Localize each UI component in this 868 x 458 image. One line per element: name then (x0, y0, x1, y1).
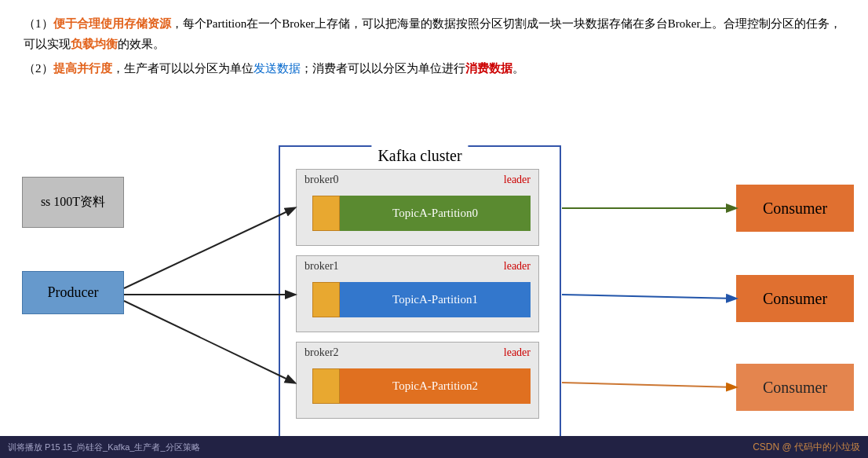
text1-suffix: 的效果。 (118, 38, 165, 50)
consumer0-label: Consumer (763, 200, 827, 218)
text2-highlight3: 消费数据 (465, 62, 512, 75)
broker-box-2: broker2 leader TopicA-Partition2 (296, 342, 539, 419)
storage-box: ss 100T资料 (22, 177, 124, 228)
partition0-icon (312, 196, 340, 231)
text2-prefix: （2） (24, 62, 53, 75)
bottom-bar-right-text: CSDN @ 代码中的小垃圾 (753, 441, 860, 454)
broker-box-0: broker0 leader TopicA-Partition0 (296, 169, 539, 246)
consumer-box-2: Consumer (736, 364, 854, 411)
text1-prefix: （1） (24, 17, 53, 30)
consumer2-label: Consumer (763, 379, 827, 397)
broker0-leader: leader (504, 174, 531, 186)
text2-middle2: ；消费者可以以分区为单位进行 (301, 62, 465, 75)
partition-box-2: TopicA-Partition2 (312, 365, 531, 408)
consumer1-label: Consumer (763, 290, 827, 308)
text2-highlight1: 提高并行度 (53, 62, 112, 75)
svg-line-5 (562, 383, 735, 387)
svg-line-2 (124, 301, 294, 383)
partition-box-0: TopicA-Partition0 (312, 192, 531, 235)
text2-highlight2: 发送数据 (253, 62, 301, 75)
broker2-label: broker2 (305, 346, 339, 359)
bottom-bar: 训将播放 P15 15_尚硅谷_Kafka_生产者_分区策略 CSDN @ 代码… (0, 436, 868, 458)
kafka-cluster: Kafka cluster broker0 leader TopicA-Part… (279, 145, 561, 442)
partition-box-1: TopicA-Partition1 (312, 278, 531, 321)
broker1-leader: leader (504, 260, 531, 273)
broker2-leader: leader (504, 346, 531, 359)
text1-highlight1: 便于合理使用存储资源 (53, 17, 171, 30)
consumer-box-0: Consumer (736, 185, 854, 232)
text-line-2: （2）提高并行度，生产者可以以分区为单位发送数据；消费者可以以分区为单位进行消费… (24, 59, 844, 79)
text-area: （1）便于合理使用存储资源，每个Partition在一个Broker上存储，可以… (0, 0, 868, 79)
partition1-icon (312, 282, 340, 317)
slide: （1）便于合理使用存储资源，每个Partition在一个Broker上存储，可以… (0, 0, 868, 458)
diagram-area: ss 100T资料 Producer Kafka cluster broker0… (0, 145, 868, 458)
producer-box: Producer (22, 271, 124, 314)
broker1-label: broker1 (305, 260, 339, 273)
bottom-bar-left-text: 训将播放 P15 15_尚硅谷_Kafka_生产者_分区策略 (8, 442, 200, 453)
text2-middle: ，生产者可以以分区为单位 (112, 62, 253, 75)
consumer-box-1: Consumer (736, 275, 854, 322)
partition1-label: TopicA-Partition1 (340, 282, 531, 317)
producer-label: Producer (48, 284, 99, 301)
text1-highlight2: 负载均衡 (71, 38, 118, 50)
partition2-icon (312, 368, 340, 404)
svg-line-0 (124, 208, 294, 288)
kafka-cluster-title: Kafka cluster (371, 145, 468, 167)
partition0-label: TopicA-Partition0 (340, 196, 531, 231)
svg-line-4 (562, 295, 735, 299)
storage-label: ss 100T资料 (41, 194, 105, 211)
broker-box-1: broker1 leader TopicA-Partition1 (296, 255, 539, 332)
partition2-label: TopicA-Partition2 (340, 368, 531, 404)
broker0-label: broker0 (305, 174, 339, 186)
text-line-1: （1）便于合理使用存储资源，每个Partition在一个Broker上存储，可以… (24, 14, 844, 54)
text2-suffix: 。 (512, 62, 524, 75)
